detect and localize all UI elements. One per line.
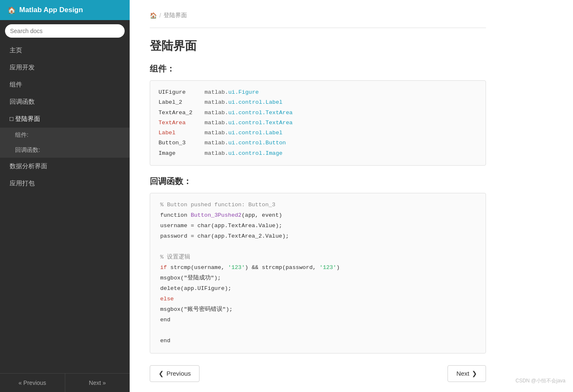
previous-button[interactable]: ❮ Previous [150, 365, 200, 382]
home-icon: 🏠 [8, 6, 16, 14]
code-line: function Button_3Pushed2(app, event) [160, 210, 476, 221]
component-link-cell: matlab.ui.control.TextArea [205, 108, 298, 118]
sidebar-item-callbacks[interactable]: 回调函数 [0, 93, 130, 110]
previous-label: Previous [166, 370, 191, 377]
component-row: TextAreamatlab.ui.control.TextArea [159, 118, 298, 128]
component-type-link[interactable]: ui.Figure [228, 89, 259, 95]
sidebar-title: Matlab App Design [19, 6, 83, 14]
breadcrumb: 🏠 / 登陆界面 [150, 12, 486, 19]
component-link-cell: matlab.ui.control.Label [205, 128, 298, 138]
code-part-normal: (app, event) [241, 212, 282, 218]
sidebar-next-button[interactable]: Next » [65, 374, 130, 392]
sidebar-item-components[interactable]: 组件 [0, 76, 130, 93]
sidebar-item-home[interactable]: 主页 [0, 42, 130, 59]
code-comment: % 设置逻辑 [160, 254, 190, 260]
component-prefix: matlab. [205, 130, 228, 136]
code-comment: % Button pushed function: Button_3 [160, 202, 275, 208]
component-name: Label_2 [159, 97, 205, 108]
code-normal: msgbox("账号密码错误"); [160, 306, 233, 313]
code-part-normal: ) && strcmp(password, [245, 264, 320, 271]
main-content: 🏠 / 登陆界面 登陆界面 组件： UIFigurematlab.ui.Figu… [130, 0, 573, 392]
component-prefix: matlab. [205, 140, 228, 146]
component-type-link[interactable]: ui.control.Label [228, 130, 283, 136]
sidebar-subitem-components[interactable]: 组件: [0, 128, 130, 143]
breadcrumb-divider [150, 28, 486, 28]
component-link-cell: matlab.ui.Figure [205, 87, 298, 97]
sidebar: 🏠 Matlab App Design 主页 应用开发 组件 回调函数 □登陆界… [0, 0, 130, 392]
component-prefix: matlab. [205, 89, 228, 95]
component-row: TextArea_2matlab.ui.control.TextArea [159, 108, 298, 118]
code-part-string: '123' [228, 264, 245, 271]
component-name: Button_3 [159, 138, 205, 148]
component-type-link[interactable]: ui.control.Button [228, 140, 286, 146]
code-normal: username = char(app.TextArea.Value); [160, 223, 282, 229]
component-type-link[interactable]: ui.control.TextArea [228, 110, 293, 116]
sidebar-bottom-nav: « Previous Next » [0, 373, 130, 392]
component-link-cell: matlab.ui.control.Button [205, 138, 298, 148]
code-part-funcname: Button_3Pushed2 [191, 212, 242, 218]
code-line [160, 325, 476, 336]
component-prefix: matlab. [205, 99, 228, 105]
callback-code-block: % Button pushed function: Button_3functi… [150, 193, 486, 354]
code-normal: delete(app.UIFigure); [160, 285, 231, 292]
code-line: end [160, 315, 476, 325]
search-input[interactable] [5, 24, 125, 38]
code-line: if strcmp(username, '123') && strcmp(pas… [160, 263, 476, 273]
breadcrumb-separator: / [159, 12, 161, 19]
code-normal: end [160, 338, 170, 344]
components-list: UIFigurematlab.ui.FigureLabel_2matlab.ui… [159, 87, 298, 159]
code-part-normal: strcmp(username, [167, 264, 228, 271]
sidebar-item-data-analysis[interactable]: 数据分析界面 [0, 158, 130, 175]
search-box [0, 20, 130, 42]
sidebar-item-login[interactable]: □登陆界面 [0, 110, 130, 128]
component-type-link[interactable]: ui.control.Label [228, 99, 283, 105]
next-button[interactable]: Next ❯ [448, 365, 486, 382]
component-type-link[interactable]: ui.control.TextArea [228, 120, 293, 126]
component-type-link[interactable]: ui.control.Image [228, 150, 283, 156]
components-table: UIFigurematlab.ui.FigureLabel_2matlab.ui… [150, 80, 486, 166]
component-row: Imagematlab.ui.control.Image [159, 149, 298, 159]
sidebar-header[interactable]: 🏠 Matlab App Design [0, 0, 130, 20]
sidebar-item-app-package[interactable]: 应用打包 [0, 175, 130, 192]
code-line: delete(app.UIFigure); [160, 284, 476, 294]
code-part-keyword: else [160, 296, 174, 302]
code-part-keyword: if [160, 264, 167, 271]
component-prefix: matlab. [205, 150, 228, 156]
component-link-cell: matlab.ui.control.Image [205, 149, 298, 159]
code-normal: end [160, 317, 170, 323]
code-line: username = char(app.TextArea.Value); [160, 221, 476, 231]
sidebar-prev-button[interactable]: « Previous [0, 374, 65, 392]
callbacks-heading: 回调函数： [150, 176, 486, 187]
breadcrumb-home-link[interactable]: 🏠 [150, 12, 157, 19]
sidebar-subitem-callbacks[interactable]: 回调函数: [0, 143, 130, 158]
breadcrumb-current: 登陆界面 [164, 12, 187, 19]
component-row: Label_2matlab.ui.control.Label [159, 97, 298, 108]
next-arrow-icon: ❯ [472, 370, 477, 377]
code-normal: msgbox("登陆成功"); [160, 275, 221, 281]
page-title: 登陆界面 [150, 38, 486, 54]
page-nav-buttons: ❮ Previous Next ❯ [150, 365, 486, 382]
component-name: TextArea [159, 118, 205, 128]
component-prefix: matlab. [205, 120, 228, 126]
content-area: 🏠 / 登陆界面 登陆界面 组件： UIFigurematlab.ui.Figu… [130, 0, 506, 392]
component-row: UIFigurematlab.ui.Figure [159, 87, 298, 97]
component-name: Image [159, 149, 205, 159]
component-link-cell: matlab.ui.control.Label [205, 97, 298, 108]
code-line: % Button pushed function: Button_3 [160, 200, 476, 210]
component-name: TextArea_2 [159, 108, 205, 118]
code-line [160, 242, 476, 252]
breadcrumb-home-icon: 🏠 [150, 12, 157, 19]
code-part-normal: ) [336, 264, 340, 271]
sidebar-item-app-dev[interactable]: 应用开发 [0, 59, 130, 76]
code-line: % 设置逻辑 [160, 252, 476, 263]
component-name: UIFigure [159, 87, 205, 97]
code-line: msgbox("登陆成功"); [160, 273, 476, 284]
component-prefix: matlab. [205, 110, 228, 116]
code-line: password = char(app.TextArea_2.Value); [160, 231, 476, 242]
code-line: msgbox("账号密码错误"); [160, 305, 476, 315]
code-line: end [160, 336, 476, 346]
component-row: Labelmatlab.ui.control.Label [159, 128, 298, 138]
prev-arrow-icon: ❮ [159, 370, 164, 377]
code-line: else [160, 294, 476, 305]
component-name: Label [159, 128, 205, 138]
